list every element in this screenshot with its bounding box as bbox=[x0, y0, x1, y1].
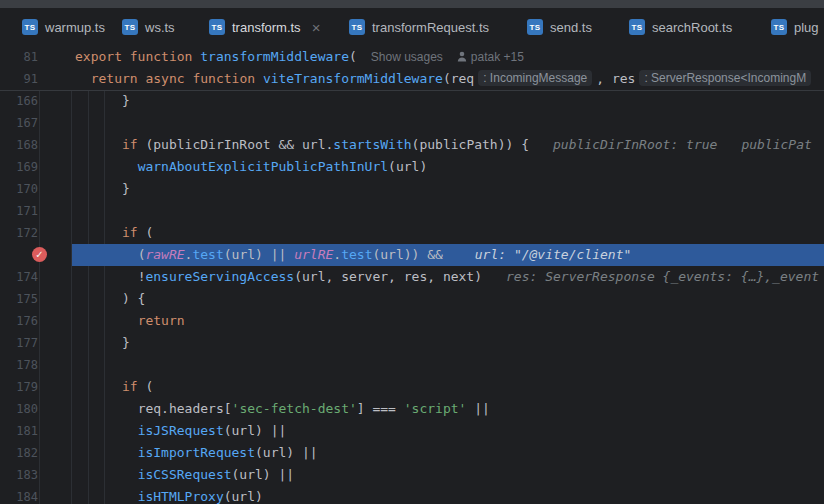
line-number-179[interactable]: 179 bbox=[0, 376, 72, 398]
code-text[interactable]: isImportRequest(url) || bbox=[72, 442, 824, 464]
code-text[interactable]: ) { bbox=[72, 288, 824, 310]
line-number-172[interactable]: 172 bbox=[0, 222, 72, 244]
line-number-168[interactable]: 168 bbox=[0, 134, 72, 156]
breakpoint-icon[interactable]: ✓ bbox=[32, 247, 47, 262]
line-number-166[interactable]: 166 bbox=[0, 90, 72, 112]
code-token: (url) || bbox=[232, 467, 295, 482]
code-text[interactable]: if ( bbox=[72, 222, 824, 244]
code-line-174[interactable]: 174 !ensureServingAccess(url, server, re… bbox=[0, 266, 824, 288]
code-token: startsWith bbox=[333, 137, 411, 152]
tab-label: send.ts bbox=[550, 20, 592, 35]
code-line-180[interactable]: 180 req.headers['sec-fetch-dest'] === 's… bbox=[0, 398, 824, 420]
code-token: ( bbox=[443, 71, 451, 86]
code-token: 'script' bbox=[404, 401, 467, 416]
code-text[interactable]: } bbox=[72, 178, 824, 200]
code-line-171[interactable]: 171 bbox=[0, 200, 824, 222]
code-line-172[interactable]: 172 if ( bbox=[0, 222, 824, 244]
code-editor[interactable]: 166 }167168 if (publicDirInRoot && url.s… bbox=[0, 46, 824, 504]
code-token: rawRE bbox=[145, 247, 184, 262]
code-token: url bbox=[302, 137, 325, 152]
code-line-169[interactable]: 169 warnAboutExplicitPublicPathInUrl(url… bbox=[0, 156, 824, 178]
code-text[interactable] bbox=[72, 354, 824, 376]
code-token: publicDirInRoot && bbox=[153, 137, 302, 152]
tab-warmup.ts[interactable]: TSwarmup.ts bbox=[22, 8, 105, 46]
close-tab-icon[interactable]: × bbox=[312, 20, 321, 35]
code-token: ] === bbox=[357, 401, 404, 416]
line-number-184[interactable]: 184 bbox=[0, 486, 72, 504]
code-line-175[interactable]: 175 ) { bbox=[0, 288, 824, 310]
line-number-174[interactable]: 174 bbox=[0, 266, 72, 288]
sticky-line-81[interactable]: 81export function transformMiddleware(Sh… bbox=[0, 46, 824, 68]
code-token: . bbox=[161, 401, 169, 416]
tab-ws.ts[interactable]: TSws.ts bbox=[122, 8, 175, 46]
code-text[interactable]: isJSRequest(url) || bbox=[72, 420, 824, 442]
code-line-176[interactable]: 176 return bbox=[0, 310, 824, 332]
code-text[interactable]: warnAboutExplicitPublicPathInUrl(url) bbox=[72, 156, 824, 178]
line-number-91[interactable]: 91 bbox=[0, 68, 72, 90]
tab-transform.ts[interactable]: TStransform.ts× bbox=[209, 8, 320, 46]
tab-plug[interactable]: TSplug bbox=[771, 8, 819, 46]
sticky-line-91[interactable]: 91 return async function viteTransformMi… bbox=[0, 68, 824, 90]
line-number-173[interactable]: ✓ bbox=[0, 244, 72, 266]
code-text[interactable]: (rawRE.test(url) || urlRE.test(url)) && … bbox=[72, 244, 824, 266]
code-token: transformMiddleware bbox=[200, 49, 349, 64]
code-text[interactable]: } bbox=[72, 332, 824, 354]
code-text[interactable]: isCSSRequest(url) || bbox=[72, 464, 824, 486]
code-text[interactable]: if ( bbox=[72, 376, 824, 398]
code-line-179[interactable]: 179 if ( bbox=[0, 376, 824, 398]
line-number-181[interactable]: 181 bbox=[0, 420, 72, 442]
line-number-175[interactable]: 175 bbox=[0, 288, 72, 310]
line-number-81[interactable]: 81 bbox=[0, 46, 72, 68]
code-token: , bbox=[596, 71, 612, 86]
code-text[interactable]: return bbox=[72, 310, 824, 332]
code-line-182[interactable]: 182 isImportRequest(url) || bbox=[0, 442, 824, 464]
typescript-file-icon: TS bbox=[122, 19, 138, 35]
type-inlay-hint: : IncomingMessage bbox=[478, 70, 592, 86]
line-number-170[interactable]: 170 bbox=[0, 178, 72, 200]
code-token: ) { bbox=[122, 291, 145, 306]
code-text[interactable]: !ensureServingAccess(url, server, res, n… bbox=[72, 266, 824, 288]
code-text[interactable]: req.headers['sec-fetch-dest'] === 'scrip… bbox=[72, 398, 824, 420]
code-token: (url, server, res, next) bbox=[294, 269, 482, 284]
sticky-context-lines[interactable]: 81export function transformMiddleware(Sh… bbox=[0, 46, 824, 91]
code-line-168[interactable]: 168 if (publicDirInRoot && url.startsWit… bbox=[0, 134, 824, 156]
code-token: headers bbox=[169, 401, 224, 416]
tab-transformRequest.ts[interactable]: TStransformRequest.ts bbox=[349, 8, 489, 46]
line-number-183[interactable]: 183 bbox=[0, 464, 72, 486]
code-line-177[interactable]: 177 } bbox=[0, 332, 824, 354]
line-number-171[interactable]: 171 bbox=[0, 200, 72, 222]
code-lines-area[interactable]: 166 }167168 if (publicDirInRoot && url.s… bbox=[0, 90, 824, 504]
line-number-182[interactable]: 182 bbox=[0, 442, 72, 464]
code-line-181[interactable]: 181 isJSRequest(url) || bbox=[0, 420, 824, 442]
typescript-file-icon: TS bbox=[209, 19, 225, 35]
code-token: . bbox=[333, 247, 341, 262]
code-line-167[interactable]: 167 bbox=[0, 112, 824, 134]
line-number-176[interactable]: 176 bbox=[0, 310, 72, 332]
tab-send.ts[interactable]: TSsend.ts bbox=[527, 8, 592, 46]
code-text[interactable]: } bbox=[72, 90, 824, 112]
debugger-inline-value: res: ServerResponse {_events: {…},_event bbox=[506, 269, 819, 284]
code-text[interactable]: if (publicDirInRoot && url.startsWith(pu… bbox=[72, 134, 824, 156]
code-text[interactable]: isHTMLProxy(url) bbox=[72, 486, 824, 504]
code-author-hint[interactable]: patak +15 bbox=[457, 50, 524, 64]
tab-searchRoot.ts[interactable]: TSsearchRoot.ts bbox=[629, 8, 732, 46]
code-text[interactable] bbox=[72, 200, 824, 222]
line-number-169[interactable]: 169 bbox=[0, 156, 72, 178]
line-number-177[interactable]: 177 bbox=[0, 332, 72, 354]
code-token: if bbox=[122, 379, 138, 394]
line-number-178[interactable]: 178 bbox=[0, 354, 72, 376]
line-number-180[interactable]: 180 bbox=[0, 398, 72, 420]
code-text[interactable] bbox=[72, 112, 824, 134]
code-token: } bbox=[122, 181, 130, 196]
code-line-183[interactable]: 183 isCSSRequest(url) || bbox=[0, 464, 824, 486]
code-line-170[interactable]: 170 } bbox=[0, 178, 824, 200]
code-line-178[interactable]: 178 bbox=[0, 354, 824, 376]
code-text[interactable]: export function transformMiddleware(Show… bbox=[72, 46, 824, 68]
code-line-173[interactable]: ✓ (rawRE.test(url) || urlRE.test(url)) &… bbox=[0, 244, 824, 266]
line-number-167[interactable]: 167 bbox=[0, 112, 72, 134]
code-line-166[interactable]: 166 } bbox=[0, 90, 824, 112]
show-usages-hint[interactable]: Show usages bbox=[371, 50, 443, 64]
code-line-184[interactable]: 184 isHTMLProxy(url) bbox=[0, 486, 824, 504]
code-token: isCSSRequest bbox=[138, 467, 232, 482]
code-text[interactable]: return async function viteTransformMiddl… bbox=[72, 68, 824, 90]
